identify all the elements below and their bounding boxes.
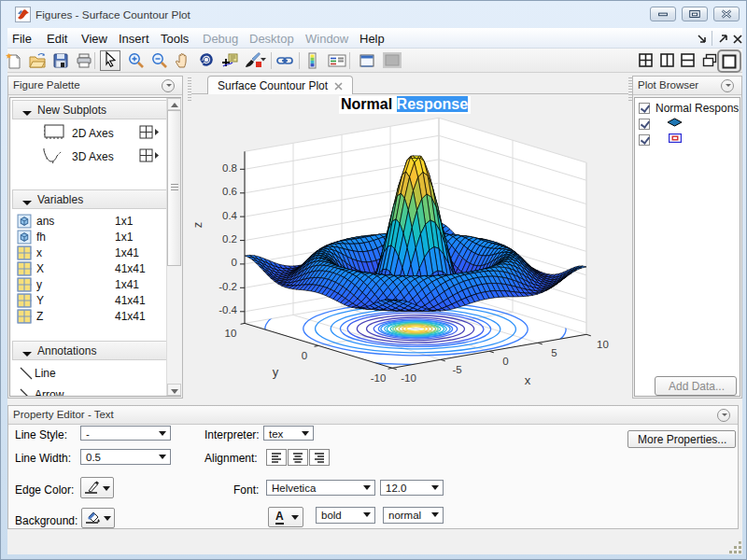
svg-text:-5: -5: [452, 364, 461, 375]
svg-text:-10: -10: [371, 372, 387, 384]
svg-text:0.8: 0.8: [222, 162, 237, 174]
svg-text:-0.4: -0.4: [218, 304, 237, 315]
svg-text:5: 5: [551, 347, 557, 358]
svg-text:y: y: [273, 365, 279, 379]
svg-text:10: 10: [225, 328, 237, 339]
svg-text:0: 0: [302, 350, 307, 361]
svg-text:0.6: 0.6: [222, 186, 237, 197]
svg-text:10: 10: [597, 339, 609, 350]
svg-text:0.2: 0.2: [222, 233, 237, 245]
svg-text:-0.2: -0.2: [218, 281, 237, 292]
svg-text:0: 0: [502, 356, 508, 367]
svg-text:z: z: [191, 222, 204, 229]
svg-text:0: 0: [232, 257, 237, 268]
svg-text:0.4: 0.4: [222, 210, 238, 221]
svg-text:x: x: [525, 373, 531, 387]
svg-text:-10: -10: [401, 372, 416, 384]
